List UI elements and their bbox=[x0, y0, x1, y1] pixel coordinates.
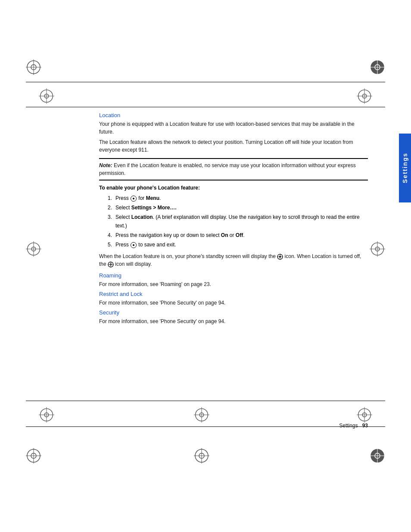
page: Settings Location Your phone is equipped… bbox=[0, 0, 411, 532]
security-section: Security For more information, see 'Phon… bbox=[99, 309, 368, 325]
reg-mark-tr-inner bbox=[357, 88, 372, 104]
location-para1: Your phone is equipped with a Location f… bbox=[99, 120, 368, 136]
reg-mark-tl-inner bbox=[39, 88, 54, 104]
menu-button-icon bbox=[131, 196, 137, 202]
restrict-text: For more information, see 'Phone Securit… bbox=[99, 299, 368, 307]
save-button-icon bbox=[131, 242, 137, 248]
note-text: Note: Even if the Location feature is en… bbox=[99, 162, 356, 176]
step-1-num: 1. bbox=[108, 194, 112, 202]
reg-mark-ml bbox=[26, 241, 41, 257]
security-text: For more information, see 'Phone Securit… bbox=[99, 317, 368, 325]
restrict-section: Restrict and Lock For more information, … bbox=[99, 291, 368, 307]
reg-mark-mr bbox=[370, 241, 385, 257]
reg-mark-bl-inner bbox=[39, 407, 54, 423]
reg-mark-tr-outer bbox=[370, 59, 385, 75]
rule-top bbox=[26, 107, 385, 107]
note-label: Note: bbox=[99, 162, 112, 168]
location-on-text3: icon will display. bbox=[115, 261, 152, 267]
restrict-heading: Restrict and Lock bbox=[99, 291, 368, 297]
location-on-text1: When the Location feature is on, your ph… bbox=[99, 253, 277, 259]
step-5-num: 5. bbox=[108, 241, 112, 249]
step-1: 1. Press for Menu. bbox=[108, 194, 368, 202]
security-heading: Security bbox=[99, 309, 368, 316]
gps-icon-off bbox=[108, 261, 114, 268]
roaming-heading: Roaming bbox=[99, 272, 368, 279]
svg-point-51 bbox=[279, 256, 281, 258]
steps-list: 1. Press for Menu. 2. Select Settings > … bbox=[108, 194, 368, 249]
step-2: 2. Select Settings > More…. bbox=[108, 204, 368, 212]
page-number-value: 93 bbox=[362, 423, 368, 429]
reg-mark-br-outer bbox=[370, 448, 385, 464]
page-number: Settings 93 bbox=[339, 423, 368, 429]
note-body: Even if the Location feature is enabled,… bbox=[99, 162, 356, 176]
step-5: 5. Press to save and exit. bbox=[108, 241, 368, 249]
step-3-num: 3. bbox=[108, 213, 112, 221]
location-icon-text: When the Location feature is on, your ph… bbox=[99, 252, 368, 268]
note-box: Note: Even if the Location feature is en… bbox=[99, 158, 368, 180]
page-number-label: Settings bbox=[339, 423, 362, 429]
step-4-on: On bbox=[221, 232, 228, 238]
sidebar-tab: Settings bbox=[399, 134, 411, 202]
sidebar-tab-label: Settings bbox=[402, 152, 408, 183]
step-2-num: 2. bbox=[108, 204, 112, 212]
roaming-section: Roaming For more information, see 'Roami… bbox=[99, 272, 368, 288]
location-heading: Location bbox=[99, 112, 368, 118]
step-4: 4. Press the navigation key up or down t… bbox=[108, 231, 368, 240]
location-para2: The Location feature allows the network … bbox=[99, 138, 368, 154]
gps-icon-on bbox=[277, 254, 283, 260]
reg-mark-tl-outer bbox=[26, 59, 41, 75]
outer-rule-top bbox=[26, 82, 385, 82]
reg-mark-bc-outer bbox=[194, 448, 209, 464]
step-4-num: 4. bbox=[108, 231, 112, 240]
reg-mark-bl-outer bbox=[26, 448, 41, 464]
step-2-bold: Settings > More…. bbox=[131, 205, 177, 211]
step-4-off: Off bbox=[236, 232, 243, 238]
main-content: Location Your phone is equipped with a L… bbox=[99, 112, 368, 411]
step-1-bold: Menu bbox=[146, 195, 159, 201]
step-3-bold: Location bbox=[131, 214, 153, 220]
step-3: 3. Select Location. (A brief explanation… bbox=[108, 213, 368, 230]
roaming-text: For more information, see 'Roaming' on p… bbox=[99, 280, 368, 288]
outer-rule-bottom bbox=[26, 426, 385, 427]
steps-heading: To enable your phone's Location feature: bbox=[99, 185, 368, 191]
